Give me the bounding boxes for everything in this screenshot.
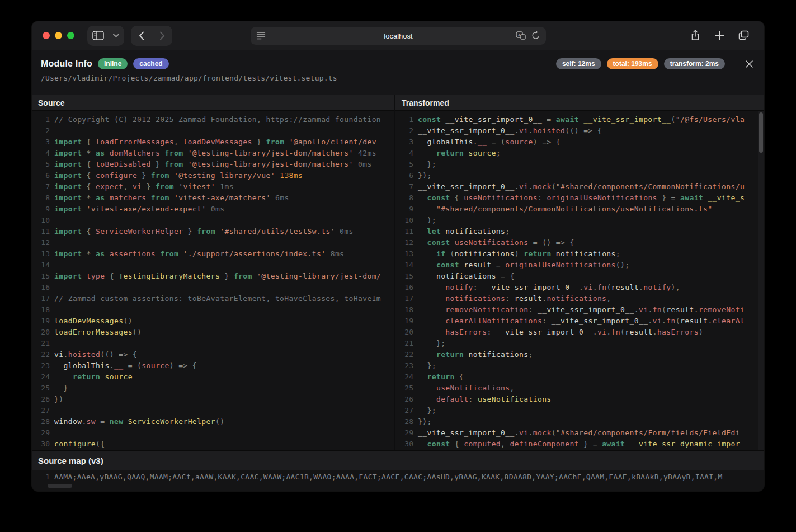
toolbar-right-actions (686, 26, 753, 45)
line-number: 16 (395, 282, 413, 293)
scrollbar-thumb[interactable] (759, 112, 763, 153)
code-line: 16 notify: __vite_ssr_import_0__.vi.fn(r… (395, 282, 764, 293)
line-number: 6 (395, 170, 413, 181)
line-number: 14 (395, 260, 413, 271)
address-bar-actions: A (516, 31, 540, 40)
code-line: 30 const { computed, defineComponent } =… (395, 439, 764, 450)
code-line: 25 useNotifications, (395, 383, 764, 394)
code-line: 22vi.hoisted(() => { (32, 349, 394, 360)
code-line: 5import { toBeDisabled } from '@testing-… (32, 159, 394, 170)
sidebar-icon (92, 31, 104, 40)
share-button[interactable] (686, 26, 705, 45)
code-line: 29 (32, 427, 394, 439)
code-line: 1const __vite_ssr_import_0__ = await __v… (395, 114, 764, 125)
line-number: 27 (32, 405, 50, 416)
line-number: 25 (32, 383, 50, 394)
code-line: 8import * as matchers from 'vitest-axe/m… (32, 192, 394, 204)
new-tab-button[interactable] (710, 26, 729, 45)
code-line: 27 }; (395, 405, 764, 416)
line-number: 4 (32, 148, 50, 159)
code-line: 13import * as assertions from './support… (32, 248, 394, 260)
close-panel-button[interactable] (743, 58, 755, 70)
line-number: 5 (395, 159, 413, 170)
code-line: 18 removeNotification: __vite_ssr_import… (395, 304, 764, 316)
navigation-buttons (131, 26, 172, 46)
sourcemap-title: Source map (v3) (32, 451, 764, 470)
code-line: 14 (32, 260, 394, 271)
code-line: 4 return source; (395, 148, 764, 159)
code-line: 20loadErrorMessages() (32, 327, 394, 338)
line-number: 30 (395, 439, 413, 450)
module-info-header: Module Info inline cached self: 12ms tot… (32, 50, 764, 95)
code-line: 7__vite_ssr_import_0__.vi.mock("#shared/… (395, 181, 764, 192)
line-number: 24 (395, 371, 413, 383)
line-number: 23 (395, 360, 413, 371)
translate-icon[interactable]: A (516, 31, 526, 40)
line-number: 10 (32, 215, 50, 226)
line-number: 2 (395, 125, 413, 136)
line-number: 1 (395, 114, 413, 125)
code-line: 17 notifications: result.notifications, (395, 293, 764, 304)
code-line: 10 ); (395, 215, 764, 226)
code-line: 21 (32, 338, 394, 349)
code-line: 7import { expect, vi } from 'vitest' 1ms (32, 181, 394, 192)
code-line: 27 (32, 405, 394, 416)
module-file-path: /Users/vladimir/Projects/zammad/app/fron… (41, 74, 755, 82)
line-number: 27 (395, 405, 413, 416)
line-number: 23 (32, 360, 50, 371)
line-number: 25 (395, 383, 413, 394)
source-code-area: 1// Copyright (C) 2012-2025 Zammad Found… (32, 111, 394, 450)
tab-overview-button[interactable] (734, 26, 753, 45)
line-number: 13 (32, 248, 50, 260)
back-button[interactable] (139, 31, 144, 40)
line-number: 19 (32, 316, 50, 327)
code-line: 21 }; (395, 338, 764, 349)
code-line: 3 globalThis.__ = (source) => { (395, 136, 764, 148)
transformed-panel-title: Transformed (395, 95, 764, 111)
close-window-button[interactable] (43, 32, 50, 39)
self-time-badge: self: 12ms (556, 58, 601, 69)
line-number: 28 (32, 416, 50, 427)
code-line: 2 (32, 125, 394, 136)
line-number: 17 (32, 293, 50, 304)
code-line: 30configure({ (32, 439, 394, 450)
code-line: 22 return notifications; (395, 349, 764, 360)
code-line: 19loadDevMessages() (32, 316, 394, 327)
reload-icon[interactable] (531, 31, 540, 40)
line-number: 2 (32, 125, 50, 136)
code-line: 20 hasErrors: __vite_ssr_import_0__.vi.f… (395, 327, 764, 338)
line-number: 3 (395, 136, 413, 148)
line-number: 9 (395, 204, 413, 215)
line-number: 7 (32, 181, 50, 192)
code-line: 18 (32, 304, 394, 316)
line-number: 26 (395, 394, 413, 405)
address-bar[interactable]: localhost A (251, 27, 546, 45)
transformed-code-area: 1const __vite_ssr_import_0__ = await __v… (395, 111, 764, 450)
zoom-window-button[interactable] (67, 32, 74, 39)
code-line: 23 }; (395, 360, 764, 371)
forward-button[interactable] (159, 31, 165, 40)
line-number: 21 (32, 338, 50, 349)
line-number: 11 (32, 226, 50, 237)
sidebar-toggle-button[interactable] (87, 26, 124, 46)
code-line: 16 (32, 282, 394, 293)
minimize-window-button[interactable] (55, 32, 62, 39)
code-line: 28}); (395, 416, 764, 427)
line-number: 4 (395, 148, 413, 159)
code-line: 6import { configure } from '@testing-lib… (32, 170, 394, 181)
horizontal-scrollbar-thumb[interactable] (48, 484, 72, 488)
line-number: 19 (395, 316, 413, 327)
line-number: 13 (395, 248, 413, 260)
line-number: 16 (32, 282, 50, 293)
reader-icon[interactable] (256, 31, 266, 40)
code-line: 24 return source (32, 371, 394, 383)
browser-window: localhost A (32, 21, 764, 491)
scrollbar-track (758, 111, 764, 450)
code-line: 3import { loadErrorMessages, loadDevMess… (32, 136, 394, 148)
line-number: 8 (32, 192, 50, 204)
code-line: 8 const { useNotifications: originalUseN… (395, 192, 764, 204)
line-number: 20 (395, 327, 413, 338)
line-number: 30 (32, 439, 50, 450)
code-line: 9 "#shared/components/CommonNotification… (395, 204, 764, 215)
line-number: 9 (32, 204, 50, 215)
